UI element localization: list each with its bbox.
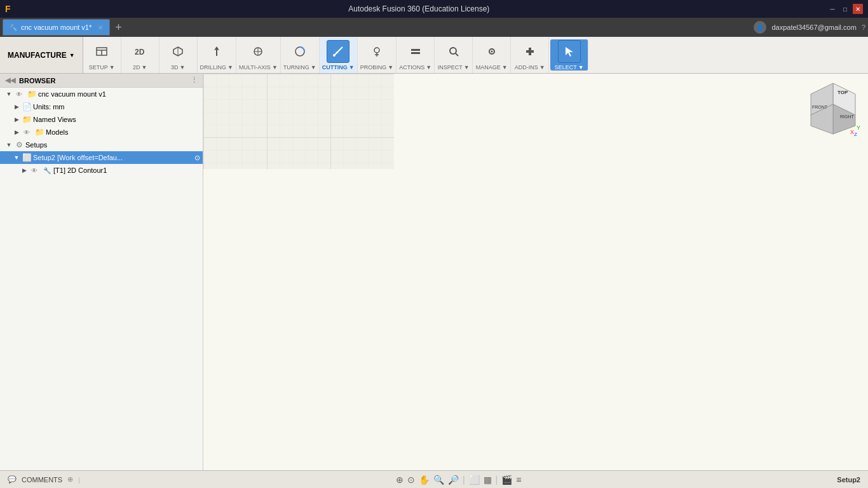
tab-close-button[interactable]: ✕ [98, 24, 103, 31]
named-views-expand-arrow[interactable]: ▶ [13, 116, 20, 123]
browser-tree: ▼ 👁 📁 cnc vacuum mount v1 ▶ 📄 Units: mm … [0, 88, 203, 470]
grid-icon[interactable]: ▦ [484, 475, 492, 485]
manufacture-label: MANUFACTURE [8, 51, 67, 60]
setup-label[interactable]: SETUP▼ [89, 64, 115, 71]
svg-text:Z: Z [854, 132, 857, 137]
setup-icon [95, 45, 108, 58]
svg-text:Y: Y [857, 125, 860, 131]
svg-point-20 [450, 48, 456, 54]
svg-rect-19 [411, 52, 420, 54]
probing-label[interactable]: PROBING▼ [360, 64, 393, 71]
pan-icon[interactable]: ✋ [419, 475, 430, 485]
add-ins-label[interactable]: ADD-INS▼ [515, 64, 545, 71]
models-label: Models [46, 128, 68, 136]
status-left: 💬 COMMENTS ⊕ | [8, 475, 80, 484]
viewport[interactable]: Z X Y TOP RIGHT [203, 74, 868, 470]
tab-title: cnc vacuum mount v1* [21, 24, 92, 31]
display-mode-icon[interactable]: ⬜ [469, 475, 480, 485]
browser-item-contour1[interactable]: ▶ 👁 🔧 [T1] 2D Contour1 [0, 164, 203, 177]
multi-axis-label[interactable]: MULTI-AXIS▼ [239, 64, 278, 71]
add-ins-button[interactable] [519, 40, 541, 63]
look-at-icon[interactable]: ⊙ [407, 475, 415, 485]
help-button[interactable]: ? [862, 24, 865, 31]
inspect-section: INSPECT▼ [435, 37, 473, 73]
orbit-icon[interactable]: ⊕ [396, 475, 403, 485]
comments-add-button[interactable]: ⊕ [67, 475, 73, 484]
contour1-expand-arrow[interactable]: ▶ [20, 166, 28, 174]
zoom-fit-icon[interactable]: 🔎 [448, 475, 459, 485]
multi-axis-icon [252, 45, 264, 58]
actions-label[interactable]: ACTIONS▼ [399, 64, 431, 71]
new-tab-button[interactable]: + [110, 21, 127, 34]
comments-label[interactable]: COMMENTS [22, 476, 62, 484]
2d-button[interactable]: 2D [128, 40, 151, 63]
setup-status: Setup2 [837, 476, 860, 484]
camera-icon[interactable]: 🎬 [501, 475, 512, 485]
2d-section: 2D 2D▼ [121, 37, 159, 73]
turning-button[interactable] [288, 40, 311, 63]
setup2-expand-arrow[interactable]: ▼ [13, 154, 20, 161]
zoom-icon[interactable]: 🔍 [433, 475, 444, 485]
drilling-icon [210, 45, 223, 58]
inspect-label[interactable]: INSPECT▼ [438, 64, 470, 71]
root-folder-icon: 📁 [27, 89, 37, 99]
browser-item-units[interactable]: ▶ 📄 Units: mm [0, 100, 203, 113]
inspect-button[interactable] [442, 40, 465, 63]
select-section: SELECT▼ [550, 39, 588, 71]
setup2-label: Setup2 [Work offset=Defau... [33, 154, 123, 161]
browser-item-named-views[interactable]: ▶ 📁 Named Views [0, 113, 203, 126]
view-cube[interactable]: TOP RIGHT FRONT X Y Z [804, 80, 862, 137]
setups-expand-arrow[interactable]: ▼ [5, 141, 13, 149]
select-label[interactable]: SELECT▼ [555, 64, 584, 71]
named-views-label: Named Views [33, 116, 76, 123]
environment-icon[interactable]: ≡ [516, 475, 521, 485]
probing-icon [370, 45, 383, 58]
browser-collapse-button[interactable]: ◀◀ [5, 76, 15, 85]
browser-options-button[interactable]: ⋮ [191, 76, 198, 85]
restore-button[interactable]: □ [840, 4, 850, 14]
browser-item-models[interactable]: ▶ 👁 📁 Models [0, 126, 203, 139]
setup2-radio-icon: ⊙ [194, 154, 200, 162]
browser-item-setup2[interactable]: ▼ ⬜ Setup2 [Work offset=Defau... ⊙ [0, 151, 203, 164]
actions-section: ACTIONS▼ [397, 37, 435, 73]
svg-rect-25 [529, 48, 531, 55]
setup2-icon: ⬜ [22, 152, 32, 163]
select-button[interactable] [558, 40, 581, 63]
active-tab[interactable]: 🔧 cnc vacuum mount v1* ✕ [3, 19, 110, 36]
multi-axis-button[interactable] [247, 40, 269, 63]
setup-button[interactable] [90, 40, 113, 63]
contour1-eye-icon[interactable]: 👁 [29, 165, 39, 175]
browser-header: ◀◀ BROWSER ⋮ [0, 74, 203, 88]
3d-label[interactable]: 3D▼ [171, 64, 185, 71]
manage-label[interactable]: MANAGE▼ [476, 64, 508, 71]
browser-item-setups[interactable]: ▼ ⚙ Setups [0, 139, 203, 151]
manufacture-menu[interactable]: MANUFACTURE ▼ [0, 37, 83, 73]
manage-button[interactable] [480, 40, 503, 63]
3d-button[interactable] [166, 40, 189, 63]
models-eye-icon[interactable]: 👁 [22, 127, 32, 137]
models-expand-arrow[interactable]: ▶ [13, 128, 20, 136]
3d-icon [172, 45, 184, 58]
drilling-button[interactable] [205, 40, 228, 63]
browser-item-root[interactable]: ▼ 👁 📁 cnc vacuum mount v1 [0, 88, 203, 100]
cutting-label[interactable]: CUTTING▼ [322, 64, 355, 71]
cutting-button[interactable] [327, 40, 349, 63]
root-eye-icon[interactable]: 👁 [14, 89, 24, 99]
drilling-label[interactable]: DRILLING▼ [200, 64, 233, 71]
close-button[interactable]: ✕ [853, 4, 863, 14]
main-area: ◀◀ BROWSER ⋮ ▼ 👁 📁 cnc vacuum mount v1 ▶… [0, 74, 868, 470]
turning-section: TURNING▼ [281, 37, 320, 73]
user-avatar: 👤 [754, 21, 766, 34]
navigation-icons: ⊕ ⊙ ✋ 🔍 🔎 | ⬜ ▦ | 🎬 ≡ [396, 475, 521, 485]
turning-label[interactable]: TURNING▼ [283, 64, 316, 71]
models-folder-icon: 📁 [34, 127, 44, 137]
titlebar: F Autodesk Fusion 360 (Education License… [0, 0, 868, 18]
actions-button[interactable] [404, 40, 427, 63]
units-expand-arrow[interactable]: ▶ [13, 103, 20, 111]
root-expand-arrow[interactable]: ▼ [5, 90, 13, 98]
comments-icon[interactable]: 💬 [8, 475, 17, 484]
minimize-button[interactable]: ─ [827, 4, 837, 14]
probing-button[interactable] [365, 40, 388, 63]
2d-label[interactable]: 2D▼ [133, 64, 147, 71]
statusbar: 💬 COMMENTS ⊕ | ⊕ ⊙ ✋ 🔍 🔎 | ⬜ ▦ | 🎬 ≡ Set… [0, 470, 868, 488]
